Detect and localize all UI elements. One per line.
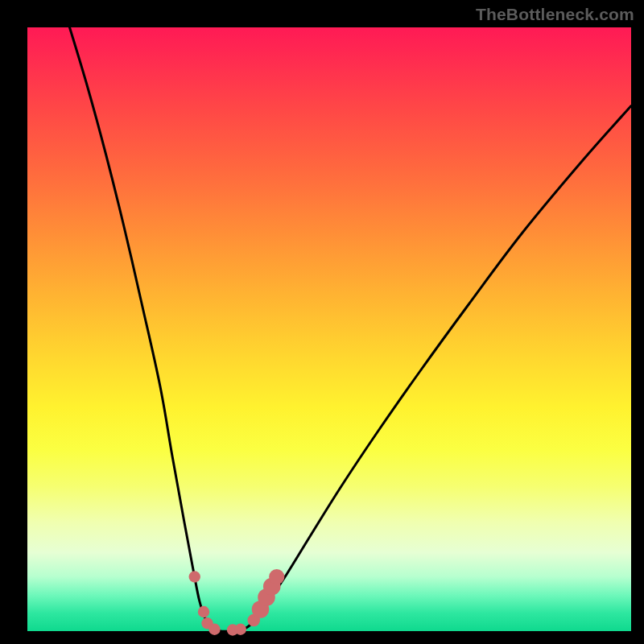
plot-area (27, 27, 631, 631)
data-point (198, 606, 209, 617)
curve-group (70, 27, 632, 631)
watermark-text: TheBottleneck.com (476, 5, 634, 24)
data-point (189, 571, 200, 582)
data-point (235, 624, 246, 635)
points-group (189, 569, 285, 636)
chart-svg (27, 27, 631, 631)
data-point (269, 569, 284, 584)
bottleneck-curve (70, 27, 632, 631)
data-point (208, 624, 220, 635)
chart-frame: TheBottleneck.com (0, 0, 644, 644)
